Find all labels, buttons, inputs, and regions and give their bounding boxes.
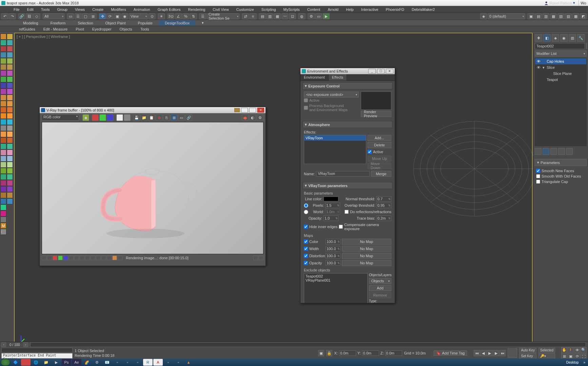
tool-icon[interactable] (7, 162, 13, 168)
active-layer-dd[interactable]: 0 (default) (488, 13, 525, 19)
modify-tab[interactable]: ◧ (543, 34, 551, 42)
ribbon-refguides[interactable]: refGuides (17, 27, 37, 32)
user-account[interactable]: Ronel Pabico ▾ (544, 1, 575, 5)
mapwidth-button[interactable]: No Map (342, 246, 391, 252)
exclude-item[interactable]: VRayPlane001 (306, 278, 366, 282)
key-mode-button[interactable] (508, 348, 517, 358)
mapcolor-button[interactable]: No Map (342, 239, 391, 245)
vfb-region-icon[interactable]: ▭ (178, 114, 185, 121)
motion-tab[interactable]: ◉ (560, 34, 568, 42)
redo-button[interactable]: ↷ (9, 13, 16, 19)
tool-icon[interactable]: M (0, 223, 6, 229)
tool-icon[interactable] (0, 64, 6, 70)
tool-icon[interactable] (7, 137, 13, 143)
remove-mod-button[interactable] (558, 148, 565, 155)
vfb-sb-icon[interactable] (53, 256, 57, 260)
render-vfb-button[interactable]: ▭ (315, 13, 322, 19)
menu-help[interactable]: Help (342, 7, 357, 12)
tool-icon[interactable] (7, 40, 13, 46)
tool-icon[interactable] (7, 82, 13, 88)
tool-icon[interactable] (7, 125, 13, 131)
stack-item-teapot[interactable]: Teapot (535, 77, 586, 83)
tool-icon[interactable] (7, 107, 13, 113)
mapcolor-spinner[interactable]: 100.0 (326, 239, 340, 244)
align-button[interactable]: ≡ (250, 13, 256, 19)
isolate-icon[interactable]: ▣ (318, 350, 324, 356)
ribbon-button[interactable]: ▦ (274, 13, 281, 19)
tool-icon[interactable] (0, 143, 6, 149)
menu-views[interactable]: Views (72, 7, 88, 12)
taskbar-desktop-label[interactable]: Desktop (564, 361, 581, 364)
tool-icon[interactable] (0, 119, 6, 125)
tool-icon[interactable] (0, 174, 6, 180)
taskbar-revit-icon[interactable]: R (143, 359, 153, 366)
tool-a-button[interactable]: ▣ (528, 13, 534, 19)
tool-icon[interactable] (0, 46, 6, 52)
scale-button[interactable]: ▣ (114, 13, 121, 19)
object-name-input[interactable] (535, 43, 585, 49)
tool-g-button[interactable]: ▩ (572, 13, 579, 19)
taskbar-icon[interactable]: ▶ (52, 359, 61, 366)
taskbar-chevron-icon[interactable]: » (581, 361, 587, 364)
vfb-alpha-button[interactable] (116, 114, 123, 121)
close-button[interactable]: ✕ (386, 69, 393, 74)
modifier-stack[interactable]: 👁 Cap Holes 👁▾ Slice Slice Plane Teapot (535, 58, 587, 146)
maximize-button[interactable]: ☐ (377, 69, 385, 74)
tool-icon[interactable] (0, 34, 6, 40)
taskbar-icon[interactable]: ▫ (113, 359, 122, 366)
setkey-button[interactable]: Set Key (519, 353, 536, 359)
layers-button[interactable]: ▤ (259, 13, 266, 19)
tool-icon[interactable] (0, 192, 6, 198)
vraytoon-rollout-header[interactable]: ▾ VRayToon parameters (302, 182, 393, 189)
vfb-green-button[interactable] (99, 114, 106, 121)
mapopac-button[interactable]: No Map (342, 260, 391, 266)
editselset-button[interactable]: ☰ (199, 13, 206, 19)
exclude-item[interactable]: Teapot002 (306, 274, 366, 278)
selection-filter-dd[interactable]: All (43, 13, 64, 19)
tool-icon[interactable] (0, 40, 6, 46)
selected-filter-button[interactable]: Selected (538, 348, 555, 353)
tool-icon[interactable] (0, 149, 6, 156)
vfb-sb-icon[interactable] (101, 256, 106, 260)
linecolor-swatch[interactable] (324, 197, 338, 201)
placement-button[interactable]: ◉ (121, 13, 128, 19)
nav-pan-button[interactable]: ✋ (561, 347, 567, 353)
move-button[interactable]: ✥ (99, 13, 106, 19)
workspace-dd[interactable]: Wo (579, 0, 588, 6)
tool-icon[interactable] (7, 198, 13, 204)
environment-effects-dialog[interactable]: Environment and Effects _ ☐ ✕ Environmen… (300, 68, 395, 303)
tool-icon[interactable] (7, 180, 13, 186)
mapwidth-check[interactable]: Width (304, 246, 324, 251)
menu-debrismaker2[interactable]: DebrisMaker2 (408, 7, 438, 12)
tool-icon[interactable] (0, 186, 6, 192)
env-titlebar[interactable]: Environment and Effects _ ☐ ✕ (300, 68, 395, 74)
vfb-sb-icon[interactable] (112, 256, 117, 260)
env-tab-environment[interactable]: Environment (300, 74, 329, 81)
create-tab[interactable]: ✚ (535, 34, 542, 42)
menu-group[interactable]: Group (54, 7, 71, 12)
select-button[interactable]: ▭ (67, 13, 74, 19)
world-radio[interactable] (304, 210, 308, 214)
render-button[interactable]: ▶ (323, 13, 330, 19)
undo-button[interactable]: ↶ (1, 13, 8, 19)
vfb-copy-icon[interactable]: ⎘ (163, 114, 170, 121)
vfb-sb-icon[interactable] (63, 256, 68, 260)
menu-file[interactable]: File (10, 7, 23, 12)
mapopac-check[interactable]: Opacity (304, 260, 324, 266)
goto-end-button[interactable]: ⏭ (499, 350, 506, 356)
vfb-stop-icon[interactable]: ⊘ (156, 114, 162, 121)
modifier-list-dd[interactable]: Modifier List (535, 50, 587, 57)
tool-f-button[interactable]: ▨ (565, 13, 572, 19)
anglesnap-button[interactable]: ∠ (175, 13, 182, 19)
smooth-old-faces-check[interactable]: Smooth With Old Faces (536, 174, 585, 179)
tool-icon[interactable] (7, 46, 13, 52)
tool-icon[interactable] (7, 143, 13, 149)
add-time-tag-button[interactable]: 🔖 Add Time Tag (434, 350, 467, 356)
exposure-rollout-header[interactable]: ▾ Exposure Control (302, 82, 393, 89)
tool-icon[interactable] (7, 34, 13, 40)
menu-create[interactable]: Create (89, 7, 107, 12)
lock-icon[interactable]: 🔒 (326, 350, 332, 356)
x-input[interactable] (339, 350, 356, 356)
select-region-button[interactable]: ▢ (82, 13, 89, 19)
tool-icon[interactable] (7, 174, 13, 180)
